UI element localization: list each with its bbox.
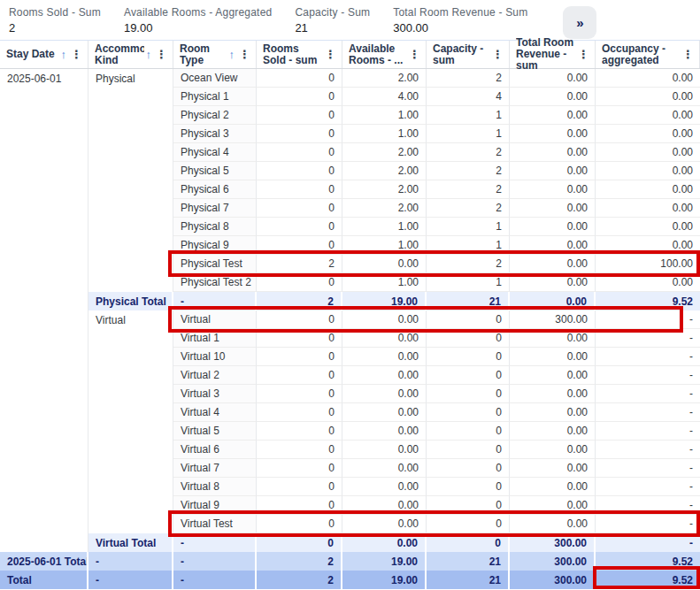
- cell-total-room-revenue: 0.00: [510, 143, 596, 162]
- cell-capacity: 2: [427, 255, 510, 273]
- column-header-total-room-revenue-sum[interactable]: Total Room Revenue - sum⋮: [510, 41, 596, 68]
- cell-room-type: Virtual 9: [173, 496, 257, 515]
- cell-capacity: 1: [427, 218, 510, 236]
- cell-occupancy: -: [596, 422, 700, 441]
- cell-capacity: 0: [427, 403, 510, 422]
- cell-rooms-sold: 0: [257, 236, 342, 255]
- cell-available-rooms: 4.00: [342, 88, 427, 106]
- cell-available-rooms: 0.00: [342, 515, 427, 533]
- column-header-occupancy-aggregated[interactable]: Occupancy - aggregated⋮: [596, 41, 700, 68]
- cell-total-room-revenue: 0.00: [510, 515, 596, 533]
- cell-available-rooms: 19.00: [342, 292, 427, 310]
- cell-capacity: 21: [427, 292, 510, 310]
- cell-rooms-sold: 0: [257, 329, 342, 348]
- cell-rooms-sold: 2: [257, 255, 342, 273]
- column-header-room-type[interactable]: Room Type↑⋮: [173, 41, 257, 68]
- cell-occupancy: 0.00: [596, 199, 700, 218]
- cell-accommodation-kind: -: [88, 552, 173, 571]
- cell-available-rooms: 0.00: [342, 348, 427, 366]
- cell-stay-date: [0, 478, 88, 496]
- cell-accommodation-kind: -: [88, 571, 173, 589]
- column-menu-icon[interactable]: ⋮: [575, 49, 592, 60]
- cell-available-rooms: 0.00: [342, 478, 427, 496]
- cell-room-type: Physical 8: [173, 218, 257, 236]
- cell-available-rooms: 0.00: [342, 366, 427, 385]
- cell-accommodation-kind: Physical: [88, 69, 173, 88]
- cell-available-rooms: 0.00: [342, 496, 427, 515]
- cell-total-room-revenue: 0.00: [510, 162, 596, 180]
- column-menu-icon[interactable]: ⋮: [322, 49, 339, 60]
- cell-stay-date: [0, 255, 88, 273]
- cell-occupancy: -: [596, 441, 700, 459]
- cell-accommodation-kind: [88, 496, 173, 515]
- cell-total-room-revenue: 0.00: [510, 459, 596, 478]
- cell-total-room-revenue: 0.00: [510, 236, 596, 255]
- cell-accommodation-kind: [88, 478, 173, 496]
- cell-occupancy: 0.00: [596, 236, 700, 255]
- column-header-capacity-sum[interactable]: Capacity - sum⋮: [427, 41, 510, 68]
- cell-room-type: Physical 4: [173, 143, 257, 162]
- cell-accommodation-kind: [88, 366, 173, 385]
- column-menu-icon[interactable]: ⋮: [68, 49, 85, 60]
- cell-capacity: 0: [427, 329, 510, 348]
- cell-capacity: 0: [427, 348, 510, 366]
- table-row: Physical 901.0010.000.00: [0, 236, 700, 255]
- column-header-rooms-sold-sum[interactable]: Rooms Sold - sum⋮: [257, 41, 342, 68]
- cell-room-type: Physical 6: [173, 180, 257, 199]
- cell-accommodation-kind: [88, 88, 173, 106]
- cell-available-rooms: 2.00: [342, 180, 427, 199]
- column-header-available-rooms[interactable]: Available Rooms - ...⋮: [342, 41, 427, 68]
- column-label: Stay Date: [6, 49, 59, 60]
- cell-stay-date: [0, 403, 88, 422]
- cell-occupancy: 0.00: [596, 106, 700, 125]
- table-body: 2025-06-01PhysicalOcean View02.0020.000.…: [0, 69, 700, 589]
- cell-total-room-revenue: 0.00: [510, 125, 596, 143]
- cell-capacity: 0: [427, 422, 510, 441]
- cell-room-type: -: [173, 533, 257, 552]
- cell-total-room-revenue: 0.00: [510, 255, 596, 273]
- cell-accommodation-kind: [88, 273, 173, 292]
- column-label: Accommodation Kind: [95, 43, 144, 66]
- table-row: Physical 201.0010.000.00: [0, 106, 700, 125]
- cell-rooms-sold: 0: [257, 403, 342, 422]
- column-menu-icon[interactable]: ⋮: [236, 49, 253, 60]
- cell-total-room-revenue: 300.00: [510, 533, 596, 552]
- cell-occupancy: -: [596, 478, 700, 496]
- cell-rooms-sold: 0: [257, 310, 342, 329]
- cell-room-type: Virtual 8: [173, 478, 257, 496]
- cell-total-room-revenue: 300.00: [510, 310, 596, 329]
- cell-occupancy: -: [596, 403, 700, 422]
- column-label: Available Rooms - ...: [349, 43, 406, 66]
- cell-available-rooms: 19.00: [342, 571, 427, 589]
- cell-available-rooms: 1.00: [342, 236, 427, 255]
- column-header-accommodation-kind[interactable]: Accommodation Kind↑⋮: [88, 41, 173, 68]
- column-header-stay-date[interactable]: Stay Date↑⋮: [0, 41, 88, 68]
- table-row: Virtual 600.0000.00-: [0, 441, 700, 459]
- cell-available-rooms: 2.00: [342, 69, 427, 88]
- cell-capacity: 0: [427, 366, 510, 385]
- column-label: Capacity - sum: [433, 43, 489, 66]
- cell-rooms-sold: 2: [257, 292, 342, 310]
- kpi-label: Rooms Sold - Sum: [9, 6, 101, 19]
- cell-capacity: 4: [427, 88, 510, 106]
- cell-rooms-sold: 0: [257, 478, 342, 496]
- cell-rooms-sold: 0: [257, 515, 342, 533]
- column-menu-icon[interactable]: ⋮: [489, 49, 506, 60]
- cell-room-type: Virtual 3: [173, 385, 257, 403]
- column-menu-icon[interactable]: ⋮: [680, 49, 696, 60]
- cell-stay-date: [0, 143, 88, 162]
- cell-capacity: 0: [427, 441, 510, 459]
- cell-capacity: 0: [427, 385, 510, 403]
- cell-available-rooms: 0.00: [342, 385, 427, 403]
- cell-occupancy: -: [596, 515, 700, 533]
- column-menu-icon[interactable]: ⋮: [406, 49, 423, 60]
- cell-available-rooms: 19.00: [342, 552, 427, 571]
- cell-capacity: 2: [427, 162, 510, 180]
- cell-total-room-revenue: 0.00: [510, 441, 596, 459]
- expand-columns-button[interactable]: »: [563, 6, 596, 39]
- table-header-row: Stay Date↑⋮Accommodation Kind↑⋮Room Type…: [0, 40, 700, 69]
- cell-accommodation-kind: [88, 236, 173, 255]
- cell-occupancy: 0.00: [596, 125, 700, 143]
- column-menu-icon[interactable]: ⋮: [153, 49, 170, 60]
- cell-stay-date: [0, 125, 88, 143]
